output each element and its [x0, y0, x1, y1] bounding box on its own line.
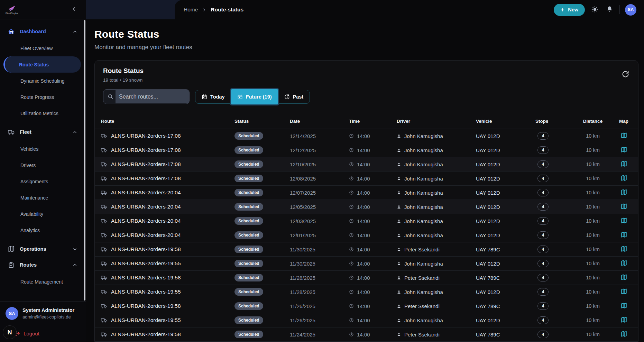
map-icon [621, 203, 627, 210]
truck-icon [101, 190, 107, 196]
table-row[interactable]: ALNS-URBAN-2orders-19:55Scheduled11/28/2… [95, 285, 638, 299]
route-distance: 10 km [586, 275, 600, 280]
sidebar-scrollbar[interactable] [84, 20, 85, 301]
route-distance: 10 km [586, 317, 600, 323]
view-map-button[interactable] [620, 188, 628, 197]
route-date: 11/30/2025 [290, 247, 315, 252]
profile-avatar[interactable]: SA [625, 4, 636, 16]
view-map-button[interactable] [620, 174, 628, 183]
column-header-map: Map [616, 119, 632, 124]
view-map-button[interactable] [620, 132, 628, 140]
filter-future-19--button[interactable]: Future (19) [231, 89, 278, 104]
sidebar-item-drivers[interactable]: Drivers [3, 157, 81, 173]
status-badge: Scheduled [234, 274, 263, 281]
clock-icon [349, 233, 354, 238]
notifications-button[interactable] [605, 4, 614, 15]
table-row[interactable]: ALNS-URBAN-2orders-17:08Scheduled12/14/2… [95, 129, 638, 143]
truck-icon [101, 332, 107, 338]
stops-count: 4 [537, 132, 549, 140]
clock-icon [349, 162, 354, 167]
refresh-button[interactable] [621, 70, 630, 80]
driver-name: John Kamugisha [404, 218, 443, 224]
view-map-button[interactable] [620, 302, 628, 311]
sidebar-item-maintenance[interactable]: Maintenance [3, 190, 81, 206]
filter-group: TodayFuture (19)Past [195, 90, 310, 104]
view-map-button[interactable] [620, 217, 628, 225]
brand-logo[interactable]: FleetCopilot [6, 5, 18, 15]
driver-name: John Kamugisha [404, 190, 443, 196]
route-time: 14:00 [357, 232, 370, 238]
sidebar-item-fleet-overview[interactable]: Fleet Overview [3, 40, 81, 56]
clock-icon [349, 190, 354, 195]
route-time: 14:00 [357, 218, 370, 224]
table-row[interactable]: ALNS-URBAN-2orders-19:55Scheduled11/30/2… [95, 257, 638, 271]
table-row[interactable]: ALNS-URBAN-2orders-17:08Scheduled12/10/2… [95, 157, 638, 172]
sidebar-collapse-button[interactable] [71, 6, 77, 13]
status-badge: Scheduled [234, 175, 263, 182]
view-map-button[interactable] [620, 274, 628, 282]
sidebar-section-routes[interactable]: Routes [3, 257, 81, 273]
table-row[interactable]: ALNS-URBAN-2orders-20:04Scheduled12/07/2… [95, 186, 638, 200]
view-map-button[interactable] [620, 316, 628, 325]
sidebar-item-assignments[interactable]: Assignments [3, 173, 81, 190]
history-icon [284, 94, 290, 100]
table-row[interactable]: ALNS-URBAN-2orders-20:04Scheduled12/03/2… [95, 214, 638, 228]
table-row[interactable]: ALNS-URBAN-2orders-19:55Scheduled11/26/2… [95, 313, 638, 327]
route-name: ALNS-URBAN-2orders-19:55 [111, 289, 181, 295]
view-map-button[interactable] [620, 330, 628, 339]
truck-icon [101, 261, 107, 267]
map-icon [621, 288, 627, 295]
bell-icon [606, 6, 613, 12]
page-subtitle: Monitor and manage your fleet routes [94, 44, 638, 51]
sidebar-item-dynamic-scheduling[interactable]: Dynamic Scheduling [3, 73, 81, 89]
table-row[interactable]: ALNS-URBAN-2orders-19:58Scheduled11/28/2… [95, 271, 638, 285]
table-row[interactable]: ALNS-URBAN-2orders-19:58Scheduled11/26/2… [95, 299, 638, 313]
new-button[interactable]: New [554, 4, 585, 16]
vehicle-plate: UAY 789C [476, 247, 500, 252]
view-map-button[interactable] [620, 288, 628, 296]
route-date: 12/03/2025 [290, 218, 316, 224]
topbar-actions: New SA [554, 4, 636, 16]
filter-past-button[interactable]: Past [278, 90, 310, 103]
user-email: admin@fleet-copilots.de [22, 314, 74, 320]
sidebar-item-availability[interactable]: Availability [3, 206, 81, 222]
view-map-button[interactable] [620, 160, 628, 169]
table-row[interactable]: ALNS-URBAN-2orders-20:04Scheduled12/01/2… [95, 228, 638, 242]
nextjs-dev-badge[interactable]: N [3, 325, 17, 339]
table-row[interactable]: ALNS-URBAN-2orders-20:04Scheduled12/05/2… [95, 200, 638, 214]
table-row[interactable]: ALNS-URBAN-2orders-17:08Scheduled12/12/2… [95, 143, 638, 157]
route-date: 11/28/2025 [290, 275, 315, 281]
chevron-up-icon [72, 130, 77, 135]
map-icon [621, 303, 627, 309]
truck-icon [101, 232, 107, 238]
filter-today-button[interactable]: Today [195, 90, 231, 103]
sidebar-item-vehicles[interactable]: Vehicles [3, 141, 81, 157]
status-badge: Scheduled [234, 316, 263, 324]
table-row[interactable]: ALNS-URBAN-2orders-17:08Scheduled12/08/2… [95, 172, 638, 186]
sidebar-item-analytics[interactable]: Analytics [3, 222, 81, 238]
clock-icon [349, 332, 354, 337]
divider [6, 325, 80, 325]
sidebar-item-route-status[interactable]: Route Status [3, 56, 81, 73]
breadcrumb-home-link[interactable]: Home [184, 7, 198, 13]
view-map-button[interactable] [620, 231, 628, 240]
theme-toggle-button[interactable] [590, 4, 600, 15]
sidebar-section-fleet[interactable]: Fleet [3, 124, 81, 140]
view-map-button[interactable] [620, 245, 628, 254]
view-map-button[interactable] [620, 259, 628, 268]
sidebar-section-operations[interactable]: Operations [3, 241, 81, 257]
sidebar-item-route-progress[interactable]: Route Progress [3, 89, 81, 105]
truck-icon [101, 218, 107, 224]
search-input[interactable] [116, 90, 189, 103]
sidebar-item-utilization-metrics[interactable]: Utilization Metrics [3, 105, 81, 121]
view-map-button[interactable] [620, 146, 628, 155]
table-row[interactable]: ALNS-URBAN-2orders-19:58Scheduled11/30/2… [95, 242, 638, 257]
table-row[interactable]: ALNS-URBAN-2orders-19:58Scheduled11/24/2… [95, 327, 638, 342]
logout-button[interactable]: Logout [6, 329, 80, 338]
topbar-panel: Home Route-status New S [175, 0, 644, 19]
view-map-button[interactable] [620, 203, 628, 211]
route-time: 14:00 [357, 161, 370, 167]
sidebar-section-dashboard[interactable]: Dashboard [3, 24, 81, 39]
paper-plane-icon [8, 5, 16, 12]
sidebar-item-route-management[interactable]: Route Management [3, 274, 81, 290]
